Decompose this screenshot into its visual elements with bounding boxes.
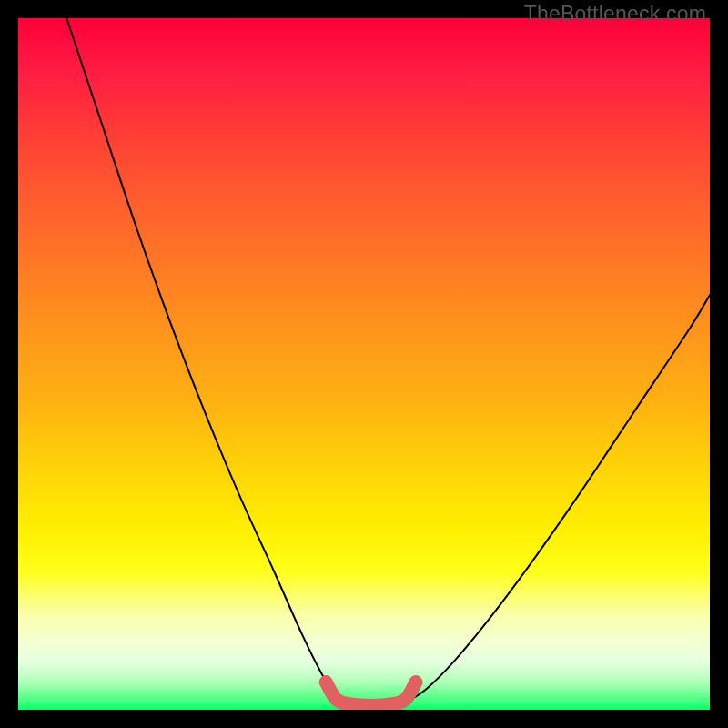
- curve-left: [66, 18, 343, 703]
- plot-area: [18, 18, 710, 710]
- curve-group: [66, 18, 710, 707]
- watermark-text: TheBottleneck.com: [524, 2, 706, 26]
- red-highlight: [326, 682, 416, 706]
- chart-svg: [18, 18, 710, 710]
- curve-right: [406, 295, 710, 703]
- chart-frame: TheBottleneck.com: [0, 0, 728, 728]
